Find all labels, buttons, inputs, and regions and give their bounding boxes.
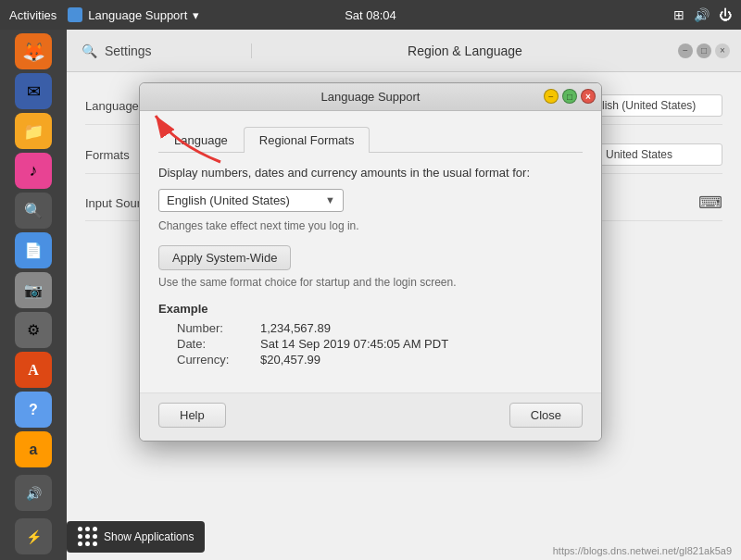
settings-minimize-btn[interactable]: − — [678, 44, 693, 58]
example-currency-label: Currency: — [177, 353, 260, 367]
topbar-clock: Sat 08:04 — [345, 8, 396, 22]
apply-system-wide-button[interactable]: Apply System-Wide — [158, 245, 291, 270]
language-support-dialog: Language Support − □ × Language — [139, 82, 602, 442]
sidebar-icon-search[interactable]: 🔍 — [15, 193, 52, 229]
topbar-right: ⊞ 🔊 ⏻ — [673, 7, 732, 22]
dialog-description: Display numbers, dates and currency amou… — [158, 166, 583, 180]
region-formats-label: Formats — [85, 148, 130, 162]
settings-pane-title: Region & Language — [252, 44, 678, 58]
sidebar-icon-files[interactable]: 📁 — [15, 113, 52, 149]
sidebar-icon-region[interactable]: ⚙ — [15, 312, 52, 348]
sidebar-icon-thunderbird[interactable]: ✉ — [15, 73, 52, 109]
example-title: Example — [158, 302, 583, 316]
example-date-label: Date: — [177, 337, 260, 351]
app-indicator-icon — [68, 7, 82, 22]
locale-select-arrow: ▼ — [325, 194, 335, 205]
dialog-footer: Help Close — [140, 392, 601, 441]
sidebar-icon-firefox[interactable]: 🦊 — [15, 33, 52, 69]
network-icon[interactable]: ⊞ — [673, 7, 684, 22]
example-table: Number: 1,234,567.89 Date: Sat 14 Sep 20… — [158, 321, 583, 367]
close-button[interactable]: Close — [509, 403, 583, 428]
dialog-titlebar: Language Support − □ × — [140, 83, 601, 111]
sidebar-icon-volume[interactable]: 🔊 — [15, 475, 52, 511]
sidebar-icon-ubuntu[interactable]: A — [15, 352, 52, 388]
show-apps-icon — [78, 527, 98, 547]
tab-language[interactable]: Language — [158, 127, 244, 153]
example-section: Example Number: 1,234,567.89 Date: Sat 1… — [158, 302, 583, 367]
dialog-minimize-btn[interactable]: − — [544, 89, 559, 104]
settings-win-controls: − □ × — [678, 44, 741, 58]
settings-maximize-btn[interactable]: □ — [697, 44, 711, 58]
settings-header: 🔍 Settings Region & Language − □ × — [67, 30, 741, 72]
example-number-label: Number: — [177, 321, 260, 335]
sidebar-icon-amazon[interactable]: a — [15, 431, 52, 467]
region-language-label: Language — [85, 99, 139, 113]
example-number-value: 1,234,567.89 — [260, 321, 583, 335]
show-applications-label: Show Applications — [104, 530, 194, 543]
show-applications-button[interactable]: Show Applications — [67, 521, 205, 553]
sidebar-icon-rhythmbox[interactable]: ♪ — [15, 153, 52, 189]
dialog-window-controls: − □ × — [544, 89, 596, 104]
tab-regional-formats[interactable]: Regional Formats — [244, 127, 370, 153]
example-date-value: Sat 14 Sep 2019 07:45:05 AM PDT — [260, 337, 583, 351]
sidebar-icon-power[interactable]: ⚡ — [15, 518, 52, 554]
example-currency-value: $20,457.99 — [260, 353, 583, 367]
locale-select-value: English (United States) — [167, 193, 318, 207]
sidebar-icon-screenshot[interactable]: 📷 — [15, 272, 52, 308]
apply-hint: Use the same format choice for startup a… — [158, 276, 583, 289]
app-indicator[interactable]: Language Support ▾ — [68, 7, 199, 22]
sidebar: 🦊 ✉ 📁 ♪ 🔍 📄 📷 ⚙ A ? a 🔊 ⚡ — [0, 30, 67, 560]
app-indicator-label: Language Support — [88, 8, 187, 22]
settings-search-area: 🔍 Settings — [67, 44, 252, 58]
help-button[interactable]: Help — [158, 403, 226, 428]
sidebar-icon-help[interactable]: ? — [15, 392, 52, 428]
topbar: Activities Language Support ▾ Sat 08:04 … — [0, 0, 741, 30]
dialog-body: Language Regional Formats Display number… — [140, 111, 601, 392]
dialog-close-btn[interactable]: × — [581, 89, 596, 104]
volume-icon[interactable]: 🔊 — [694, 7, 710, 22]
dialog-title: Language Support — [321, 90, 421, 104]
sidebar-icon-document[interactable]: 📄 — [15, 232, 52, 268]
dialog-tabs: Language Regional Formats — [158, 126, 583, 153]
power-icon[interactable]: ⏻ — [719, 7, 732, 22]
topbar-left: Activities Language Support ▾ — [9, 7, 199, 22]
locale-select[interactable]: English (United States) ▼ — [158, 189, 344, 212]
app-dropdown-arrow[interactable]: ▾ — [193, 8, 199, 22]
login-hint: Changes take effect next time you log in… — [158, 219, 583, 232]
keyboard-icon[interactable]: ⌨ — [698, 193, 722, 213]
activities-button[interactable]: Activities — [9, 8, 57, 22]
settings-search-icon: 🔍 — [82, 44, 97, 58]
settings-label: Settings — [105, 44, 152, 58]
url-bar: https://blogs.dns.netwei.net/gl821ak5a9 — [553, 545, 732, 556]
settings-close-btn[interactable]: × — [715, 44, 730, 58]
dialog-maximize-btn[interactable]: □ — [562, 89, 577, 104]
